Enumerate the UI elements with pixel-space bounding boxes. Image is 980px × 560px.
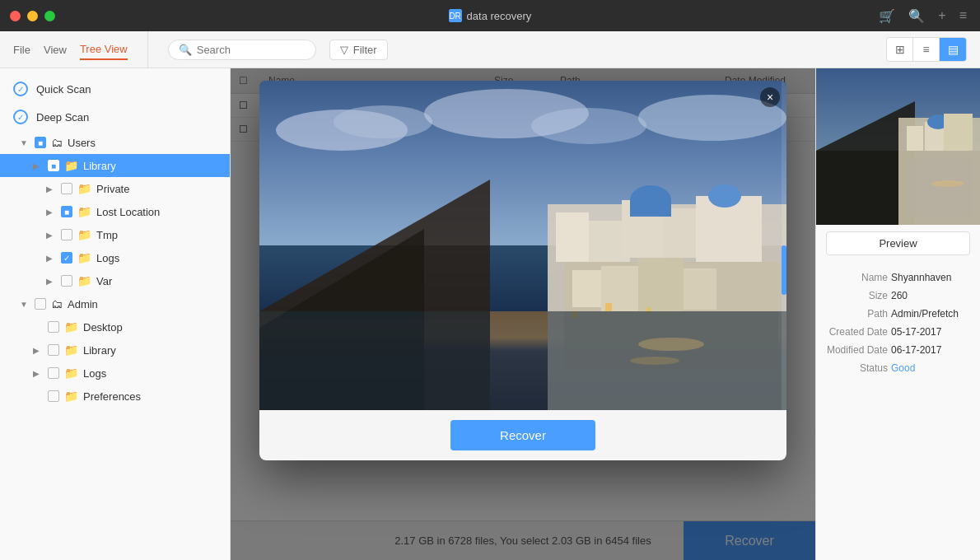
list-view-button[interactable]: ≡ <box>913 38 940 61</box>
folder-icon: 📁 <box>64 390 78 403</box>
folder-icon: 📁 <box>77 274 91 287</box>
search-icon[interactable]: 🔍 <box>908 8 925 24</box>
preview-image-bg <box>259 81 786 410</box>
sidebar-item-admin[interactable]: ▼ 🗂 Admin <box>0 292 230 315</box>
filter-button[interactable]: ▽ Filter <box>329 40 388 60</box>
svg-rect-14 <box>630 200 671 217</box>
titlebar: DR data recovery 🛒 🔍 + ≡ <box>0 0 980 31</box>
sidebar-item-tmp[interactable]: ▶ 📁 Tmp <box>0 223 230 246</box>
deep-scan-label: Deep Scan <box>36 111 89 124</box>
var-checkbox[interactable] <box>61 275 72 287</box>
svg-point-15 <box>708 184 741 208</box>
meta-status-row: Status Good <box>826 359 970 377</box>
chevron-right-icon: ▶ <box>46 277 56 286</box>
search-icon: 🔍 <box>179 44 192 56</box>
svg-rect-19 <box>638 258 684 311</box>
meta-path-label: Path <box>826 308 888 320</box>
logs-label: Logs <box>96 252 119 264</box>
library-label: Library <box>83 160 116 172</box>
modal-scrollbar[interactable] <box>782 81 786 410</box>
svg-rect-33 <box>907 126 923 151</box>
lost-location-checkbox[interactable]: ■ <box>61 206 72 217</box>
app-icon: DR <box>449 9 462 22</box>
users-label: Users <box>68 137 96 149</box>
lost-location-label: Lost Location <box>96 206 160 218</box>
sidebar-item-var[interactable]: ▶ 📁 Var <box>0 269 230 292</box>
svg-rect-36 <box>944 114 973 151</box>
svg-point-27 <box>638 338 704 351</box>
sidebar-item-lost-location[interactable]: ▶ ■ 📁 Lost Location <box>0 200 230 223</box>
users-checkbox[interactable]: ■ <box>35 137 46 148</box>
svg-rect-17 <box>572 270 601 307</box>
nav-file[interactable]: File <box>13 40 30 59</box>
svg-rect-22 <box>605 303 612 311</box>
sidebar-item-admin-logs[interactable]: ▶ 📁 Logs <box>0 362 230 385</box>
sidebar-item-private[interactable]: ▶ 📁 Private <box>0 177 230 200</box>
modal-close-button[interactable]: × <box>760 87 780 107</box>
meta-name-label: Name <box>826 272 888 283</box>
preview-button[interactable]: Preview <box>826 231 970 255</box>
desktop-checkbox[interactable] <box>48 321 59 333</box>
tmp-checkbox[interactable] <box>61 229 72 240</box>
folder-icon: 📁 <box>77 182 91 195</box>
chevron-down-icon: ▼ <box>20 300 30 309</box>
maximize-button[interactable] <box>44 11 55 21</box>
var-label: Var <box>96 275 112 287</box>
svg-rect-26 <box>259 311 786 410</box>
chevron-right-icon: ▶ <box>33 369 43 378</box>
svg-point-2 <box>334 105 432 138</box>
sidebar-item-library[interactable]: ▶ ■ 📁 Library <box>0 154 230 177</box>
chevron-right-icon: ▶ <box>33 346 43 355</box>
menu-icon[interactable]: ≡ <box>959 8 967 24</box>
cart-icon[interactable]: 🛒 <box>879 8 895 24</box>
main-panel: ☐ Name Size Path Date Modified ☐ Yostmou… <box>231 68 815 560</box>
private-checkbox[interactable] <box>61 183 72 194</box>
close-button[interactable] <box>10 11 21 21</box>
folder-icon: 📁 <box>77 228 91 241</box>
right-panel: Preview Name Shyannhaven Size 260 Path A… <box>815 68 980 560</box>
meta-size-value: 260 <box>891 290 970 301</box>
folder-icon: 📁 <box>64 366 78 380</box>
modal-footer: Recover <box>259 410 786 460</box>
admin-logs-checkbox[interactable] <box>48 367 59 379</box>
library-checkbox[interactable]: ■ <box>48 160 59 171</box>
preferences-checkbox[interactable] <box>48 390 59 402</box>
content-area: ✓ Quick Scan ✓ Deep Scan ▼ ■ 🗂 Users ▶ ■… <box>0 68 980 560</box>
nav-tree-view[interactable]: Tree View <box>80 40 128 60</box>
sidebar-item-users[interactable]: ▼ ■ 🗂 Users <box>0 131 230 154</box>
grid-view-button[interactable]: ⊞ <box>887 38 913 61</box>
nav-view[interactable]: View <box>44 40 67 59</box>
quick-scan-item[interactable]: ✓ Quick Scan <box>0 75 230 103</box>
folder-icon: 📁 <box>64 159 78 172</box>
modal-overlay[interactable]: × Recover <box>231 68 815 560</box>
quick-scan-icon: ✓ <box>13 82 28 96</box>
deep-scan-item[interactable]: ✓ Deep Scan <box>0 103 230 131</box>
logs-checkbox[interactable]: ✓ <box>61 252 72 264</box>
sidebar-item-desktop[interactable]: ▶ 📁 Desktop <box>0 315 230 338</box>
chevron-right-icon: ▶ <box>33 161 43 170</box>
svg-rect-8 <box>556 212 589 262</box>
minimize-button[interactable] <box>27 11 38 21</box>
admin-library-label: Library <box>83 344 116 357</box>
filter-label: Filter <box>353 44 377 56</box>
meta-name-row: Name Shyannhaven <box>826 268 970 287</box>
titlebar-title: DR data recovery <box>449 9 532 22</box>
folder-icon: 🗂 <box>51 136 63 149</box>
app-title: data recovery <box>467 10 532 22</box>
sidebar: ✓ Quick Scan ✓ Deep Scan ▼ ■ 🗂 Users ▶ ■… <box>0 68 231 560</box>
detail-view-button[interactable]: ▤ <box>940 38 966 61</box>
search-input[interactable] <box>197 44 296 56</box>
admin-checkbox[interactable] <box>35 298 46 310</box>
modal-recover-button[interactable]: Recover <box>450 420 595 450</box>
sidebar-item-logs[interactable]: ▶ ✓ 📁 Logs <box>0 246 230 269</box>
modal-scrollbar-thumb <box>782 245 786 295</box>
folder-icon: 📁 <box>77 205 91 218</box>
chevron-right-icon: ▶ <box>46 231 56 240</box>
preview-image <box>816 68 980 225</box>
admin-library-checkbox[interactable] <box>48 344 59 356</box>
sidebar-item-preferences[interactable]: ▶ 📁 Preferences <box>0 385 230 408</box>
meta-created-row: Created Date 05-17-2017 <box>826 323 970 341</box>
add-icon[interactable]: + <box>938 8 945 24</box>
sidebar-item-admin-library[interactable]: ▶ 📁 Library <box>0 338 230 362</box>
view-toggle: ⊞ ≡ ▤ <box>886 37 967 62</box>
